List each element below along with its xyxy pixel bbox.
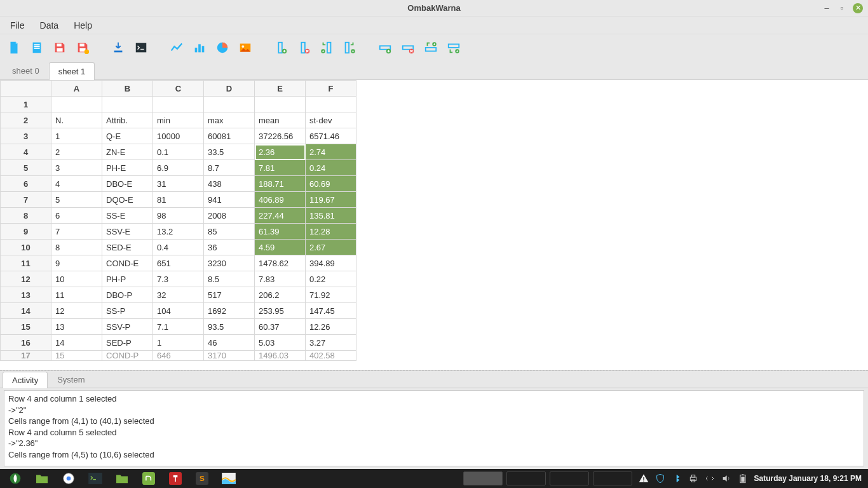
- cell[interactable]: 394.89: [306, 255, 356, 271]
- cell[interactable]: DQO-E: [102, 192, 153, 208]
- cell[interactable]: 0.1: [153, 144, 204, 160]
- cell[interactable]: 188.71: [255, 176, 306, 192]
- cell[interactable]: 651: [153, 255, 204, 271]
- add-row-icon[interactable]: [377, 40, 393, 55]
- cell[interactable]: 13: [51, 319, 102, 335]
- cell[interactable]: N.: [51, 112, 102, 128]
- col-header-C[interactable]: C: [153, 81, 204, 97]
- row-header[interactable]: 4: [1, 144, 51, 160]
- row-up-icon[interactable]: [423, 40, 438, 55]
- cell[interactable]: 7.3: [153, 271, 204, 287]
- tab-activity[interactable]: Activity: [3, 372, 48, 388]
- row-header[interactable]: 7: [1, 192, 51, 208]
- cell[interactable]: 8.5: [204, 271, 255, 287]
- row-header[interactable]: 3: [1, 128, 51, 144]
- cell[interactable]: 10: [51, 271, 102, 287]
- image-icon[interactable]: [238, 40, 253, 55]
- cell[interactable]: 5.03: [255, 335, 306, 351]
- shield-icon[interactable]: [655, 473, 665, 484]
- cell[interactable]: [255, 97, 306, 112]
- terminal-icon[interactable]: [133, 40, 149, 55]
- terminal-task-icon[interactable]: [83, 470, 108, 487]
- cell[interactable]: DBO-E: [102, 176, 153, 192]
- cell[interactable]: 438: [204, 176, 255, 192]
- corner-cell[interactable]: [1, 81, 51, 97]
- printer-icon[interactable]: [688, 473, 698, 484]
- cell[interactable]: SSV-P: [102, 319, 153, 335]
- cell[interactable]: 81: [153, 192, 204, 208]
- cell[interactable]: 12.28: [306, 224, 356, 240]
- cell[interactable]: 1478.62: [255, 255, 306, 271]
- save-icon[interactable]: [52, 40, 67, 55]
- cell[interactable]: 11: [51, 287, 102, 303]
- add-column-icon[interactable]: [273, 40, 288, 55]
- tray-box-2[interactable]: [506, 471, 546, 485]
- cell[interactable]: 9: [51, 255, 102, 271]
- col-header-B[interactable]: B: [102, 81, 153, 97]
- cell[interactable]: 227.44: [255, 208, 306, 224]
- cell[interactable]: [204, 97, 255, 112]
- row-header[interactable]: 8: [1, 208, 51, 224]
- row-header[interactable]: 14: [1, 303, 51, 319]
- cell[interactable]: SS-E: [102, 208, 153, 224]
- cell[interactable]: SSV-E: [102, 224, 153, 240]
- cell[interactable]: 8.7: [204, 160, 255, 176]
- cell[interactable]: [306, 97, 356, 112]
- column-left-icon[interactable]: [319, 40, 334, 55]
- cell[interactable]: 3.27: [306, 335, 356, 351]
- cell[interactable]: 4.59: [255, 240, 306, 255]
- volume-icon[interactable]: [721, 473, 731, 484]
- clock[interactable]: Saturday January 18, 9:21 PM: [754, 474, 862, 483]
- cell[interactable]: [102, 97, 153, 112]
- cell[interactable]: 10000: [153, 128, 204, 144]
- cell[interactable]: DBO-P: [102, 287, 153, 303]
- line-chart-icon[interactable]: [169, 40, 184, 55]
- row-header[interactable]: 10: [1, 240, 51, 255]
- row-header[interactable]: 9: [1, 224, 51, 240]
- cell[interactable]: SED-P: [102, 335, 153, 351]
- cell[interactable]: 7.83: [255, 271, 306, 287]
- cell[interactable]: 85: [204, 224, 255, 240]
- cell[interactable]: mean: [255, 112, 306, 128]
- menu-data[interactable]: Data: [34, 18, 65, 33]
- cell[interactable]: PH-P: [102, 271, 153, 287]
- cell[interactable]: 104: [153, 303, 204, 319]
- network-icon[interactable]: [705, 473, 715, 484]
- cell[interactable]: 1: [153, 335, 204, 351]
- row-header[interactable]: 15: [1, 319, 51, 335]
- cell[interactable]: Q-E: [102, 128, 153, 144]
- cell[interactable]: SED-E: [102, 240, 153, 255]
- cell[interactable]: 60081: [204, 128, 255, 144]
- cell[interactable]: 135.81: [306, 208, 356, 224]
- cell[interactable]: min: [153, 112, 204, 128]
- remove-column-icon[interactable]: [296, 40, 311, 55]
- col-header-A[interactable]: A: [51, 81, 102, 97]
- row-header[interactable]: 5: [1, 160, 51, 176]
- files-icon[interactable]: [29, 470, 55, 487]
- menu-file[interactable]: File: [4, 18, 31, 33]
- column-right-icon[interactable]: [342, 40, 357, 55]
- cell[interactable]: 6571.46: [306, 128, 356, 144]
- cell[interactable]: PH-E: [102, 160, 153, 176]
- cell[interactable]: 60.37: [255, 319, 306, 335]
- cell[interactable]: 98: [153, 208, 204, 224]
- cell[interactable]: 941: [204, 192, 255, 208]
- pie-chart-icon[interactable]: [215, 40, 230, 55]
- battery-icon[interactable]: [738, 473, 748, 484]
- cell[interactable]: 37226.56: [255, 128, 306, 144]
- cell[interactable]: 0.22: [306, 271, 356, 287]
- cell[interactable]: 2.67: [306, 240, 356, 255]
- tray-box-3[interactable]: [550, 471, 589, 485]
- cell[interactable]: 0.4: [153, 240, 204, 255]
- cell[interactable]: SS-P: [102, 303, 153, 319]
- cell[interactable]: 0.24: [306, 160, 356, 176]
- cell[interactable]: 5: [51, 192, 102, 208]
- cell[interactable]: 71.92: [306, 287, 356, 303]
- cell[interactable]: 147.45: [306, 303, 356, 319]
- cell[interactable]: [153, 97, 204, 112]
- cell[interactable]: 36: [204, 240, 255, 255]
- cell[interactable]: 31: [153, 176, 204, 192]
- cell[interactable]: 12.26: [306, 319, 356, 335]
- cell[interactable]: 15: [51, 351, 102, 361]
- tab-system[interactable]: System: [48, 371, 94, 388]
